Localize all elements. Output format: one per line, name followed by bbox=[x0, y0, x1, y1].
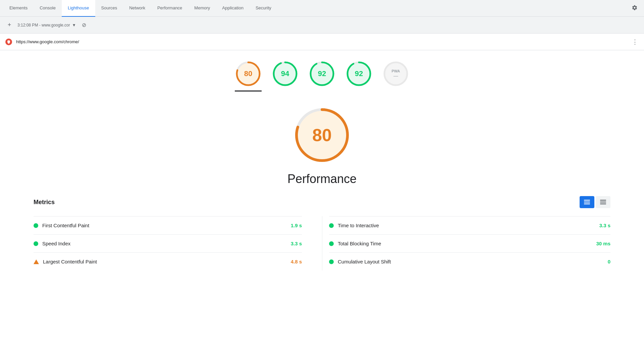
svg-rect-18 bbox=[584, 202, 590, 203]
metric-dot-cls bbox=[329, 259, 334, 264]
metric-row-si: Speed Index 3.3 s bbox=[34, 234, 302, 252]
settings-button[interactable] bbox=[629, 2, 641, 14]
tab-application[interactable]: Application bbox=[216, 0, 250, 17]
list-view-button[interactable] bbox=[580, 196, 594, 208]
underline-performance bbox=[235, 90, 262, 92]
metrics-title: Metrics bbox=[34, 199, 55, 206]
metrics-left-column: First Contentful Paint 1.9 s Speed Index… bbox=[34, 216, 322, 270]
score-circle-accessibility[interactable]: 94 bbox=[272, 60, 299, 87]
tab-dropdown[interactable]: ▼ bbox=[72, 23, 76, 27]
tab-performance[interactable]: Performance bbox=[151, 0, 188, 17]
score-circles-row: 80 94 92 92 bbox=[34, 60, 610, 87]
score-value-92a: 92 bbox=[318, 69, 326, 78]
metric-name-cls: Cumulative Layout Shift bbox=[338, 259, 605, 264]
metric-name-tti: Time to Interactive bbox=[338, 223, 597, 228]
metric-dot-lcp bbox=[34, 259, 39, 264]
score-underline-row bbox=[34, 90, 610, 92]
main-score-section: 80 Performance bbox=[34, 105, 610, 186]
metrics-header: Metrics bbox=[34, 196, 610, 208]
main-score-label: Performance bbox=[287, 172, 357, 186]
security-icon bbox=[5, 39, 12, 45]
svg-rect-20 bbox=[600, 200, 606, 201]
metric-row-lcp: Largest Contentful Paint 4.8 s bbox=[34, 252, 302, 270]
score-value-94: 94 bbox=[281, 69, 289, 78]
metric-value-tti: 3.3 s bbox=[599, 223, 610, 228]
tab-console[interactable]: Console bbox=[34, 0, 62, 17]
grid-view-button[interactable] bbox=[596, 196, 610, 208]
tab-security[interactable]: Security bbox=[250, 0, 277, 17]
metric-dot-si bbox=[34, 241, 38, 246]
tab-lighthouse[interactable]: Lighthouse bbox=[62, 0, 95, 17]
score-value-92b: 92 bbox=[355, 69, 363, 78]
metric-value-si: 3.3 s bbox=[291, 241, 302, 246]
url-text[interactable]: https://www.google.com/chrome/ bbox=[16, 39, 628, 44]
metric-value-fcp: 1.9 s bbox=[291, 223, 302, 228]
underline-seo bbox=[345, 90, 372, 92]
settings-icon bbox=[632, 5, 638, 12]
tab-time-label: 3:12:08 PM - www.google.cor bbox=[17, 23, 70, 27]
tab-sources[interactable]: Sources bbox=[95, 0, 123, 17]
svg-rect-19 bbox=[584, 203, 590, 204]
main-score-value: 80 bbox=[312, 125, 332, 145]
svg-rect-22 bbox=[600, 203, 606, 204]
stop-button[interactable]: ⊘ bbox=[80, 21, 88, 29]
score-value-80: 80 bbox=[244, 69, 252, 78]
metric-row-cls: Cumulative Layout Shift 0 bbox=[329, 252, 610, 270]
url-bar: https://www.google.com/chrome/ ⋮ bbox=[0, 34, 644, 50]
score-circle-pwa[interactable]: PWA — bbox=[382, 60, 409, 87]
metric-value-lcp: 4.8 s bbox=[291, 259, 302, 264]
metric-dot-tti bbox=[329, 223, 334, 228]
metric-row-tbt: Total Blocking Time 30 ms bbox=[329, 234, 610, 252]
new-tab-button[interactable]: + bbox=[5, 21, 13, 29]
browser-bar: + 3:12:08 PM - www.google.cor ▼ ⊘ bbox=[0, 17, 644, 34]
score-circle-best-practices[interactable]: 92 bbox=[309, 60, 335, 87]
tab-network[interactable]: Network bbox=[123, 0, 151, 17]
metric-row-fcp: First Contentful Paint 1.9 s bbox=[34, 216, 302, 234]
view-toggle bbox=[580, 196, 610, 208]
pwa-label: PWA bbox=[391, 69, 400, 73]
score-circle-performance[interactable]: 80 bbox=[235, 60, 262, 87]
metrics-grid: First Contentful Paint 1.9 s Speed Index… bbox=[34, 216, 610, 270]
underline-best-practices bbox=[309, 90, 335, 92]
tab-memory[interactable]: Memory bbox=[188, 0, 216, 17]
svg-rect-21 bbox=[600, 202, 606, 203]
metrics-right-column: Time to Interactive 3.3 s Total Blocking… bbox=[322, 216, 610, 270]
pwa-sublabel: — bbox=[391, 73, 400, 78]
main-score-circle: 80 bbox=[292, 105, 352, 165]
metric-row-tti: Time to Interactive 3.3 s bbox=[329, 216, 610, 234]
metric-name-si: Speed Index bbox=[42, 241, 288, 246]
metrics-section: Metrics bbox=[34, 196, 610, 270]
underline-pwa bbox=[382, 90, 409, 92]
underline-accessibility bbox=[272, 90, 299, 92]
metric-dot-tbt bbox=[329, 241, 334, 246]
metric-value-cls: 0 bbox=[608, 259, 610, 264]
more-options-button[interactable]: ⋮ bbox=[632, 38, 639, 46]
devtools-tab-bar: Elements Console Lighthouse Sources Netw… bbox=[0, 0, 644, 17]
main-content: 80 94 92 92 bbox=[0, 50, 644, 362]
score-circle-seo[interactable]: 92 bbox=[345, 60, 372, 87]
tab-elements[interactable]: Elements bbox=[3, 0, 34, 17]
metric-name-fcp: First Contentful Paint bbox=[42, 223, 288, 228]
metric-value-tbt: 30 ms bbox=[596, 241, 610, 246]
tab-info: 3:12:08 PM - www.google.cor ▼ bbox=[17, 23, 76, 27]
metric-dot-fcp bbox=[34, 223, 38, 228]
svg-rect-17 bbox=[584, 200, 590, 201]
metric-name-lcp: Largest Contentful Paint bbox=[43, 259, 288, 264]
metric-name-tbt: Total Blocking Time bbox=[338, 241, 593, 246]
